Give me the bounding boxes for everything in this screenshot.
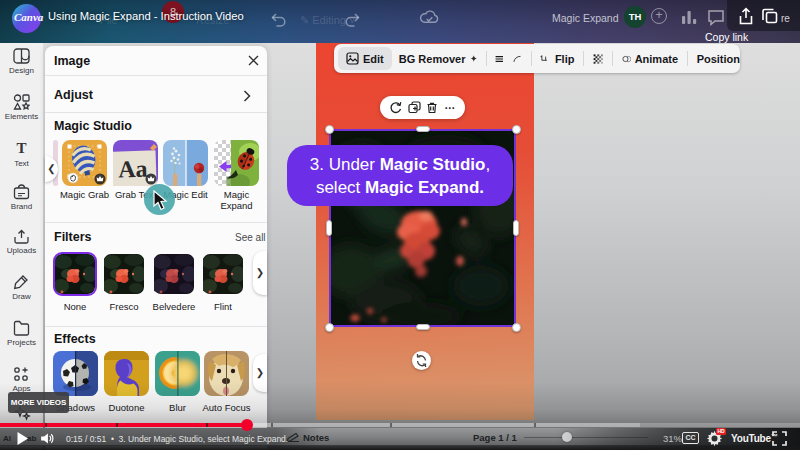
svg-text:Aa: Aa <box>118 156 148 183</box>
